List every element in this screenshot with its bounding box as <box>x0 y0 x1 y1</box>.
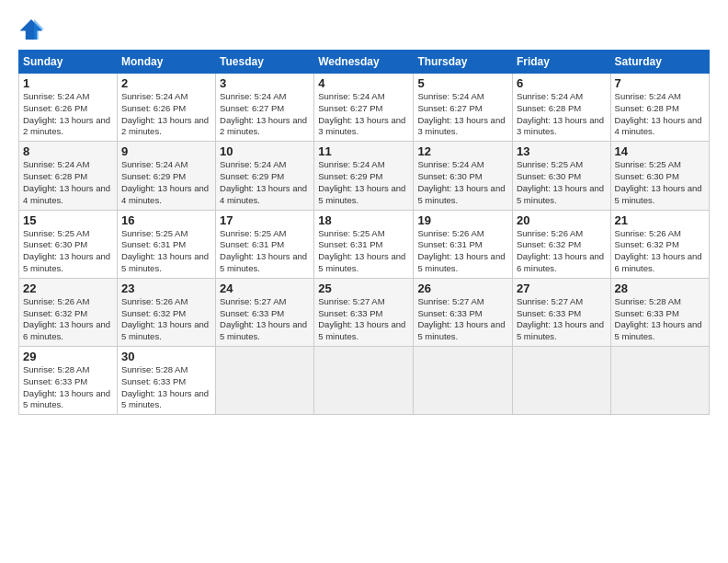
day-number: 19 <box>417 213 508 227</box>
day-number: 8 <box>23 144 113 158</box>
calendar-day: 21Sunrise: 5:26 AMSunset: 6:32 PMDayligh… <box>610 210 709 278</box>
calendar-body: 1Sunrise: 5:24 AMSunset: 6:26 PMDaylight… <box>19 74 710 415</box>
day-info: Sunrise: 5:26 AMSunset: 6:32 PMDaylight:… <box>615 228 702 273</box>
day-info: Sunrise: 5:28 AMSunset: 6:33 PMDaylight:… <box>121 364 209 409</box>
day-number: 7 <box>615 76 705 90</box>
day-info: Sunrise: 5:25 AMSunset: 6:30 PMDaylight:… <box>517 159 604 204</box>
day-number: 20 <box>517 213 607 227</box>
calendar-header: Sunday Monday Tuesday Wednesday Thursday… <box>19 51 710 74</box>
day-number: 28 <box>615 282 705 295</box>
day-number: 1 <box>23 76 113 90</box>
day-info: Sunrise: 5:24 AMSunset: 6:29 PMDaylight:… <box>220 159 307 204</box>
calendar-week-5: 29Sunrise: 5:28 AMSunset: 6:33 PMDayligh… <box>19 347 710 415</box>
day-info: Sunrise: 5:25 AMSunset: 6:30 PMDaylight:… <box>23 228 110 273</box>
day-number: 21 <box>615 213 705 227</box>
empty-cell <box>414 347 513 415</box>
day-number: 26 <box>417 282 508 295</box>
day-number: 3 <box>220 76 310 90</box>
day-info: Sunrise: 5:25 AMSunset: 6:31 PMDaylight:… <box>220 228 307 273</box>
day-info: Sunrise: 5:24 AMSunset: 6:27 PMDaylight:… <box>318 91 405 136</box>
day-number: 18 <box>318 213 409 227</box>
calendar-day: 9Sunrise: 5:24 AMSunset: 6:29 PMDaylight… <box>117 142 215 210</box>
calendar-table: Sunday Monday Tuesday Wednesday Thursday… <box>18 50 710 415</box>
day-number: 2 <box>121 76 211 90</box>
svg-marker-1 <box>34 19 44 40</box>
day-number: 25 <box>318 282 409 295</box>
day-info: Sunrise: 5:27 AMSunset: 6:33 PMDaylight:… <box>220 296 307 341</box>
day-info: Sunrise: 5:24 AMSunset: 6:27 PMDaylight:… <box>220 91 307 136</box>
header-row: Sunday Monday Tuesday Wednesday Thursday… <box>19 51 710 74</box>
day-number: 6 <box>517 76 607 90</box>
calendar-day: 4Sunrise: 5:24 AMSunset: 6:27 PMDaylight… <box>314 74 414 142</box>
day-number: 9 <box>121 144 211 158</box>
empty-cell <box>314 347 414 415</box>
day-info: Sunrise: 5:28 AMSunset: 6:33 PMDaylight:… <box>23 364 110 409</box>
calendar-day: 10Sunrise: 5:24 AMSunset: 6:29 PMDayligh… <box>216 142 314 210</box>
empty-cell <box>512 347 610 415</box>
day-number: 24 <box>220 282 310 295</box>
day-info: Sunrise: 5:26 AMSunset: 6:32 PMDaylight:… <box>23 296 110 341</box>
header-wednesday: Wednesday <box>314 51 414 74</box>
day-number: 30 <box>121 350 211 363</box>
calendar-week-2: 8Sunrise: 5:24 AMSunset: 6:28 PMDaylight… <box>19 142 710 210</box>
calendar-day: 19Sunrise: 5:26 AMSunset: 6:31 PMDayligh… <box>414 210 513 278</box>
calendar-day: 29Sunrise: 5:28 AMSunset: 6:33 PMDayligh… <box>19 347 118 415</box>
day-number: 22 <box>23 282 113 295</box>
day-info: Sunrise: 5:25 AMSunset: 6:31 PMDaylight:… <box>121 228 209 273</box>
day-number: 29 <box>23 350 113 363</box>
calendar-week-4: 22Sunrise: 5:26 AMSunset: 6:32 PMDayligh… <box>19 278 710 346</box>
logo <box>18 17 46 42</box>
day-info: Sunrise: 5:24 AMSunset: 6:30 PMDaylight:… <box>417 159 505 204</box>
calendar-day: 1Sunrise: 5:24 AMSunset: 6:26 PMDaylight… <box>19 74 118 142</box>
calendar-day: 3Sunrise: 5:24 AMSunset: 6:27 PMDaylight… <box>216 74 314 142</box>
day-number: 23 <box>121 282 211 295</box>
header-tuesday: Tuesday <box>216 51 314 74</box>
day-info: Sunrise: 5:26 AMSunset: 6:32 PMDaylight:… <box>121 296 209 341</box>
logo-icon <box>18 17 44 42</box>
calendar-day: 25Sunrise: 5:27 AMSunset: 6:33 PMDayligh… <box>314 278 414 346</box>
day-info: Sunrise: 5:24 AMSunset: 6:26 PMDaylight:… <box>121 91 209 136</box>
calendar-day: 5Sunrise: 5:24 AMSunset: 6:27 PMDaylight… <box>414 74 513 142</box>
day-info: Sunrise: 5:25 AMSunset: 6:30 PMDaylight:… <box>615 159 702 204</box>
calendar-day: 11Sunrise: 5:24 AMSunset: 6:29 PMDayligh… <box>314 142 414 210</box>
calendar-day: 16Sunrise: 5:25 AMSunset: 6:31 PMDayligh… <box>117 210 215 278</box>
day-info: Sunrise: 5:27 AMSunset: 6:33 PMDaylight:… <box>517 296 604 341</box>
day-info: Sunrise: 5:24 AMSunset: 6:27 PMDaylight:… <box>417 91 505 136</box>
calendar-day: 27Sunrise: 5:27 AMSunset: 6:33 PMDayligh… <box>512 278 610 346</box>
day-info: Sunrise: 5:24 AMSunset: 6:29 PMDaylight:… <box>318 159 405 204</box>
day-info: Sunrise: 5:24 AMSunset: 6:28 PMDaylight:… <box>23 159 110 204</box>
day-info: Sunrise: 5:26 AMSunset: 6:31 PMDaylight:… <box>417 228 505 273</box>
day-number: 16 <box>121 213 211 227</box>
calendar-day: 18Sunrise: 5:25 AMSunset: 6:31 PMDayligh… <box>314 210 414 278</box>
header-friday: Friday <box>512 51 610 74</box>
calendar-day: 20Sunrise: 5:26 AMSunset: 6:32 PMDayligh… <box>512 210 610 278</box>
day-number: 11 <box>318 144 409 158</box>
calendar-day: 28Sunrise: 5:28 AMSunset: 6:33 PMDayligh… <box>610 278 709 346</box>
day-info: Sunrise: 5:24 AMSunset: 6:28 PMDaylight:… <box>615 91 702 136</box>
day-number: 10 <box>220 144 310 158</box>
calendar-day: 6Sunrise: 5:24 AMSunset: 6:28 PMDaylight… <box>512 74 610 142</box>
calendar-day: 26Sunrise: 5:27 AMSunset: 6:33 PMDayligh… <box>414 278 513 346</box>
day-info: Sunrise: 5:25 AMSunset: 6:31 PMDaylight:… <box>318 228 405 273</box>
header-thursday: Thursday <box>414 51 513 74</box>
header <box>18 17 710 42</box>
day-number: 15 <box>23 213 113 227</box>
calendar-day: 30Sunrise: 5:28 AMSunset: 6:33 PMDayligh… <box>117 347 215 415</box>
day-info: Sunrise: 5:24 AMSunset: 6:26 PMDaylight:… <box>23 91 110 136</box>
header-saturday: Saturday <box>610 51 709 74</box>
day-number: 17 <box>220 213 310 227</box>
day-info: Sunrise: 5:27 AMSunset: 6:33 PMDaylight:… <box>417 296 505 341</box>
calendar-day: 24Sunrise: 5:27 AMSunset: 6:33 PMDayligh… <box>216 278 314 346</box>
calendar-day: 17Sunrise: 5:25 AMSunset: 6:31 PMDayligh… <box>216 210 314 278</box>
calendar-day: 14Sunrise: 5:25 AMSunset: 6:30 PMDayligh… <box>610 142 709 210</box>
day-info: Sunrise: 5:24 AMSunset: 6:28 PMDaylight:… <box>517 91 604 136</box>
day-number: 4 <box>318 76 409 90</box>
day-number: 14 <box>615 144 705 158</box>
day-info: Sunrise: 5:24 AMSunset: 6:29 PMDaylight:… <box>121 159 209 204</box>
day-number: 5 <box>417 76 508 90</box>
day-info: Sunrise: 5:26 AMSunset: 6:32 PMDaylight:… <box>517 228 604 273</box>
calendar-day: 13Sunrise: 5:25 AMSunset: 6:30 PMDayligh… <box>512 142 610 210</box>
empty-cell <box>216 347 314 415</box>
calendar-week-1: 1Sunrise: 5:24 AMSunset: 6:26 PMDaylight… <box>19 74 710 142</box>
day-number: 12 <box>417 144 508 158</box>
